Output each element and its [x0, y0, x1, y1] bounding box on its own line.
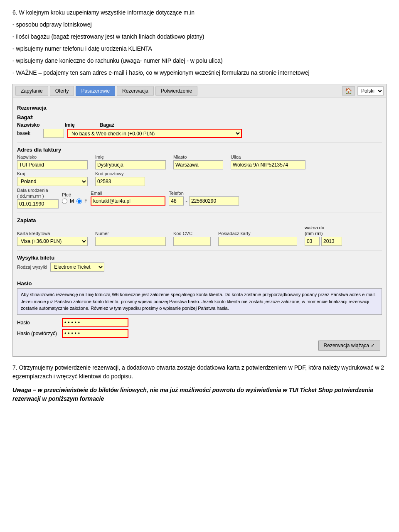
karta-select[interactable]: Visa (+36.00 PLN)	[17, 237, 88, 246]
zaplata-section: Zapłata Karta kredytowa Visa (+36.00 PLN…	[17, 217, 382, 246]
haslo-row2: Hasło (powtórzyć)	[17, 329, 382, 338]
radio-m[interactable]	[62, 199, 67, 204]
rezerwacja-btn-area: Rezerwacja wiążąca ✓	[17, 338, 382, 353]
bagaz-data-row: basek No bags & Web check-in (+0.00 PLN)	[17, 129, 382, 138]
divider2	[17, 213, 382, 213]
plec-radio-group: M F	[62, 198, 87, 204]
adres-miasto-input[interactable]	[173, 160, 223, 169]
email-input[interactable]	[91, 196, 165, 206]
adres-nazwisko-input[interactable]	[17, 160, 88, 169]
dob-input[interactable]	[17, 199, 59, 208]
tab-pasazerowie[interactable]: Pasażerowie	[76, 86, 115, 96]
haslo-row1: Hasło	[17, 318, 382, 327]
adres-nazwisko-label: Nazwisko	[17, 154, 92, 159]
adres-row1: Nazwisko Imię Miasto Ulica	[17, 154, 382, 169]
intro-line5: - wpisujemy dane konieczne do rachunku (…	[12, 56, 387, 65]
page-container: 6. W kolejnym kroku uzupełniamy wszystki…	[0, 0, 399, 415]
wazna-group: ważna do (mm rrrr)	[305, 225, 355, 246]
adres-section: Adres dla faktury Nazwisko Imię Miasto	[17, 147, 382, 208]
haslo-description: Aby sfinalizować rezerwację na linię lot…	[17, 288, 382, 315]
tab-zapytanie[interactable]: Zapytanie	[15, 86, 48, 96]
divider4	[17, 276, 382, 276]
bagaz-headers: Nazwisko Imię Bagaż	[17, 122, 382, 128]
dob-group: Data urodzenia ( dd.mm.rrrr )	[17, 188, 59, 208]
karta-label: Karta kredytowa	[17, 231, 92, 236]
bagaz-title: Bagaż	[17, 114, 382, 120]
haslo-field-label: Hasło	[17, 320, 59, 326]
bottom-para1: 7. Otrzymujemy potwierdzenie rezerwacji,…	[12, 363, 387, 381]
reservation-form: Zapytanie Oferty Pasażerowie Rezerwacja …	[12, 84, 387, 357]
bagaz-imie-input[interactable]	[43, 129, 64, 138]
bagaz-nazwisko: basek	[17, 130, 40, 136]
intro-line1: 6. W kolejnym kroku uzupełniamy wszystki…	[12, 8, 387, 17]
cvc-group: Kod CVC	[173, 231, 215, 246]
rezerwacja-wiazaca-button[interactable]: Rezerwacja wiążąca ✓	[318, 341, 380, 351]
adres-kod-group: Kod pocztowy	[95, 171, 149, 186]
posiadacz-label: Posiadacz karty	[218, 231, 301, 236]
adres-kraj-select[interactable]: Poland	[17, 177, 88, 186]
wazna-label: ważna do	[305, 225, 355, 230]
karta-group: Karta kredytowa Visa (+36.00 PLN)	[17, 231, 92, 246]
divider1	[17, 142, 382, 142]
tel-label: Telefon	[169, 191, 239, 196]
tab-rezerwacja[interactable]: Rezerwacja	[117, 86, 154, 96]
dob-sublabel: ( dd.mm.rrrr )	[17, 194, 59, 199]
haslo-title: Hasło	[17, 280, 382, 287]
tel-group: Telefon -	[169, 191, 239, 206]
numer-group: Numer	[95, 231, 170, 246]
adres-imie-label: Imię	[95, 154, 170, 159]
radio-f[interactable]	[76, 199, 82, 204]
divider3	[17, 250, 382, 250]
adres-imie-group: Imię	[95, 154, 170, 169]
rezerwacja-title: Rezerwacja	[17, 105, 382, 111]
haslo-fields: Hasło Hasło (powtórzyć)	[17, 318, 382, 338]
haslo-input[interactable]	[62, 318, 128, 327]
wysylka-title: Wysyłka biletu	[17, 255, 382, 261]
nav-right: 🏠 Polski	[342, 86, 384, 96]
adres-ulica-group: Ulica	[231, 154, 305, 169]
tab-oferty[interactable]: Oferty	[50, 86, 74, 96]
tel-dash: -	[185, 198, 187, 204]
email-label: Email	[91, 191, 165, 196]
numer-label: Numer	[95, 231, 170, 236]
radio-m-label: M	[70, 198, 74, 204]
haslo-section: Hasło Aby sfinalizować rezerwację na lin…	[17, 280, 382, 338]
adres-kod-input[interactable]	[95, 177, 145, 186]
wysylka-section: Wysyłka biletu Rodzaj wysyłki Electronic…	[17, 255, 382, 272]
numer-input[interactable]	[95, 237, 166, 246]
wazna-rrrr-input[interactable]	[321, 237, 342, 246]
intro-line3: - ilości bagażu (bagaż rejestrowany jest…	[12, 32, 387, 41]
adres-imie-input[interactable]	[95, 160, 166, 169]
bottom-para2: Uwaga – w przeciwieństwie do biletów lin…	[12, 386, 387, 403]
rezerwacja-btn-label: Rezerwacja wiążąca	[324, 343, 369, 348]
language-select[interactable]: Polski	[357, 86, 384, 96]
intro-line6: - WAŻNE – podajemy ten sam adres e-mail …	[12, 69, 387, 77]
haslo-powtorz-label: Hasło (powtórzyć)	[17, 331, 59, 336]
tel-prefix-input[interactable]	[169, 196, 184, 206]
wazna-sublabel: (mm rrrr)	[305, 231, 355, 236]
nav-bar: Zapytanie Oferty Pasażerowie Rezerwacja …	[13, 84, 386, 98]
wazna-mm-input[interactable]	[305, 237, 320, 246]
haslo-powtorz-input[interactable]	[62, 329, 128, 338]
posiadacz-group: Posiadacz karty	[218, 231, 301, 246]
intro-section: 6. W kolejnym kroku uzupełniamy wszystki…	[12, 8, 387, 77]
rodzaj-label: Rodzaj wysyłki	[17, 265, 47, 270]
adres-ulica-input[interactable]	[231, 160, 305, 169]
posiadacz-input[interactable]	[218, 237, 297, 246]
adres-kod-label: Kod pocztowy	[95, 171, 149, 176]
adres-ulica-label: Ulica	[231, 154, 305, 159]
home-icon[interactable]: 🏠	[342, 86, 355, 96]
adres-row3: Data urodzenia ( dd.mm.rrrr ) Płeć M F E…	[17, 188, 382, 208]
cvc-input[interactable]	[173, 237, 211, 246]
zaplata-title: Zapłata	[17, 217, 382, 223]
adres-kraj-group: Kraj Poland	[17, 171, 92, 186]
bagaz-select[interactable]: No bags & Web check-in (+0.00 PLN)	[67, 129, 242, 138]
ticket-type-select[interactable]: Electronic Ticket	[50, 262, 104, 272]
tab-potwierdzenie[interactable]: Potwierdzenie	[155, 86, 197, 96]
tel-input[interactable]	[189, 196, 239, 206]
plec-label: Płeć	[62, 192, 87, 197]
adres-miasto-label: Miasto	[173, 154, 227, 159]
adres-nazwisko-group: Nazwisko	[17, 154, 92, 169]
bagaz-col-bagaz: Bagaż	[100, 122, 114, 128]
zaplata-grid: Karta kredytowa Visa (+36.00 PLN) Numer …	[17, 225, 382, 246]
